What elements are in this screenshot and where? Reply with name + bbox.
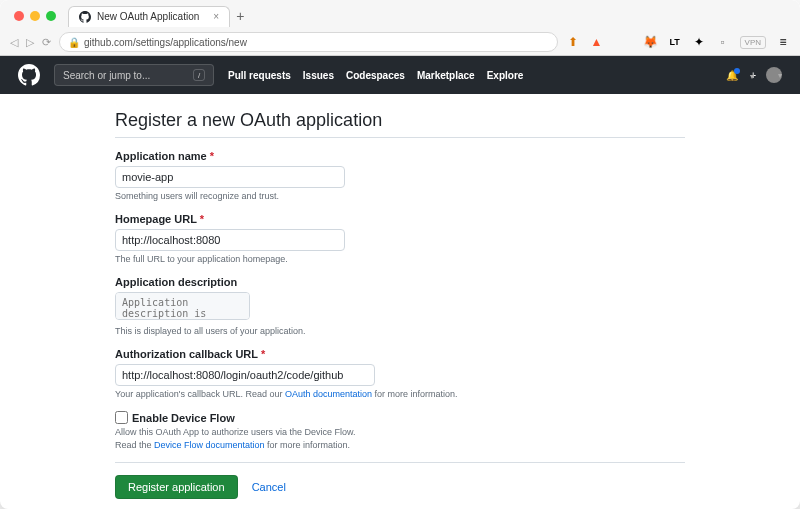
callback-hint: Your application's callback URL. Read ou…: [115, 389, 685, 399]
homepage-label: Homepage URL *: [115, 213, 685, 225]
lock-icon: 🔒: [68, 37, 80, 48]
field-device-flow: Enable Device Flow Allow this OAuth App …: [115, 411, 685, 450]
tab-bar: New OAuth Application × +: [0, 0, 800, 28]
url-text: github.com/settings/applications/new: [84, 37, 247, 48]
bookmark-icon[interactable]: ▫: [716, 35, 730, 49]
extension-icon-1[interactable]: 🦊: [644, 35, 658, 49]
github-nav: Pull requests Issues Codespaces Marketpl…: [228, 70, 523, 81]
reload-button[interactable]: ⟳: [42, 36, 51, 49]
app-name-label: Application name *: [115, 150, 685, 162]
device-flow-docs-link[interactable]: Device Flow documentation: [154, 440, 265, 450]
create-new-icon[interactable]: +▾: [750, 70, 754, 81]
share-icon[interactable]: ⬆: [566, 35, 580, 49]
back-button[interactable]: ◁: [10, 36, 18, 49]
github-logo[interactable]: [18, 64, 40, 86]
field-description: Application description This is displaye…: [115, 276, 685, 336]
nav-issues[interactable]: Issues: [303, 70, 334, 81]
new-tab-button[interactable]: +: [236, 8, 244, 24]
oauth-docs-link[interactable]: OAuth documentation: [285, 389, 372, 399]
callback-input[interactable]: [115, 364, 375, 386]
extensions-icon[interactable]: ✦: [692, 35, 706, 49]
device-flow-hint1: Allow this OAuth App to authorize users …: [115, 427, 685, 437]
github-favicon: [79, 11, 91, 23]
description-hint: This is displayed to all users of your a…: [115, 326, 685, 336]
description-label: Application description: [115, 276, 685, 288]
device-flow-checkbox[interactable]: [115, 411, 128, 424]
nav-marketplace[interactable]: Marketplace: [417, 70, 475, 81]
search-placeholder: Search or jump to...: [63, 70, 150, 81]
page-title: Register a new OAuth application: [115, 110, 685, 138]
device-flow-hint2: Read the Device Flow documentation for m…: [115, 440, 685, 450]
extension-icon-2[interactable]: LT: [668, 35, 682, 49]
close-tab-icon[interactable]: ×: [213, 11, 219, 22]
search-hotkey-icon: /: [193, 69, 205, 81]
field-app-name: Application name * Something users will …: [115, 150, 685, 201]
close-window[interactable]: [14, 11, 24, 21]
toolbar-icons: ⬆ ▲ 🦊 LT ✦ ▫ VPN ≡: [566, 35, 790, 49]
field-homepage: Homepage URL * The full URL to your appl…: [115, 213, 685, 264]
brave-shield-icon[interactable]: ▲: [590, 35, 604, 49]
main-content: Register a new OAuth application Applica…: [115, 94, 685, 499]
maximize-window[interactable]: [46, 11, 56, 21]
cancel-button[interactable]: Cancel: [252, 481, 286, 493]
app-name-input[interactable]: [115, 166, 345, 188]
forward-button[interactable]: ▷: [26, 36, 34, 49]
address-bar[interactable]: 🔒 github.com/settings/applications/new: [59, 32, 558, 52]
browser-tab[interactable]: New OAuth Application ×: [68, 6, 230, 27]
github-header: Search or jump to... / Pull requests Iss…: [0, 56, 800, 94]
device-flow-label: Enable Device Flow: [132, 412, 235, 424]
app-name-hint: Something users will recognize and trust…: [115, 191, 685, 201]
user-menu[interactable]: ▾: [766, 67, 782, 83]
description-input[interactable]: [115, 292, 250, 320]
nav-explore[interactable]: Explore: [487, 70, 524, 81]
github-search[interactable]: Search or jump to... /: [54, 64, 214, 86]
homepage-hint: The full URL to your application homepag…: [115, 254, 685, 264]
header-right: 🔔 +▾ ▾: [726, 67, 782, 83]
nav-codespaces[interactable]: Codespaces: [346, 70, 405, 81]
browser-chrome: New OAuth Application × + ◁ ▷ ⟳ 🔒 github…: [0, 0, 800, 56]
menu-icon[interactable]: ≡: [776, 35, 790, 49]
browser-toolbar: ◁ ▷ ⟳ 🔒 github.com/settings/applications…: [0, 28, 800, 56]
form-actions: Register application Cancel: [115, 462, 685, 499]
notifications-icon[interactable]: 🔔: [726, 70, 738, 81]
homepage-input[interactable]: [115, 229, 345, 251]
field-callback: Authorization callback URL * Your applic…: [115, 348, 685, 399]
minimize-window[interactable]: [30, 11, 40, 21]
nav-pull-requests[interactable]: Pull requests: [228, 70, 291, 81]
register-button[interactable]: Register application: [115, 475, 238, 499]
vpn-badge[interactable]: VPN: [740, 36, 766, 49]
callback-label: Authorization callback URL *: [115, 348, 685, 360]
tab-title: New OAuth Application: [97, 11, 199, 22]
window-controls[interactable]: [14, 11, 56, 21]
